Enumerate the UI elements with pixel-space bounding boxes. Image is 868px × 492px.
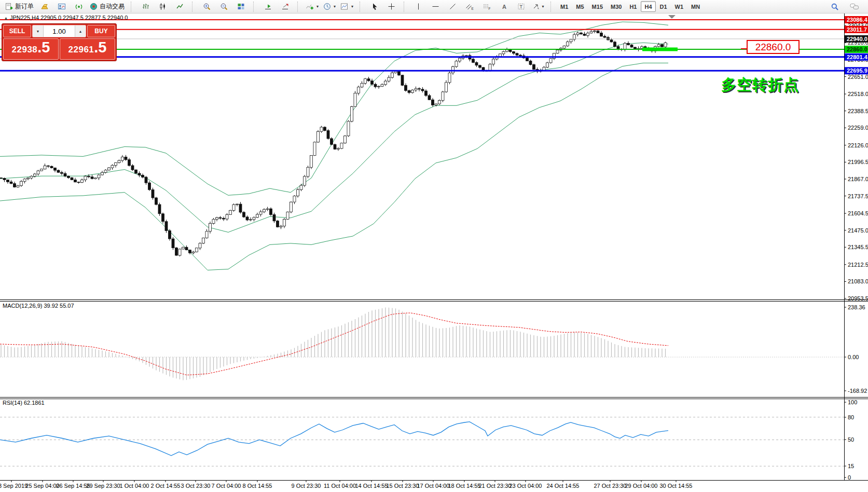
timeframe-h1[interactable]: H1 [626, 1, 640, 12]
arrows-shapes-icon [532, 3, 540, 10]
svg-text:30 Oct 14:55: 30 Oct 14:55 [660, 483, 693, 489]
svg-text:26 Sep 14:55: 26 Sep 14:55 [56, 483, 90, 489]
zoom-in-icon [203, 3, 211, 10]
buy-price-box[interactable]: 22961 .5 [60, 38, 115, 60]
svg-text:21737.5: 21737.5 [848, 193, 868, 199]
fibonacci-tool[interactable]: F [478, 1, 495, 12]
chat-button[interactable] [846, 1, 863, 12]
svg-text:22695.9: 22695.9 [847, 67, 867, 74]
chart-symbol: JPN225,H4 [10, 15, 39, 21]
volume-input[interactable]: 1.00 [44, 25, 75, 37]
horizontal-line-tool[interactable] [427, 1, 444, 12]
svg-text:22860.0: 22860.0 [847, 46, 867, 52]
svg-text:21996.5: 21996.5 [848, 159, 868, 165]
trendline-tool[interactable] [444, 1, 461, 12]
svg-text:21212.5: 21212.5 [848, 262, 868, 268]
svg-text:20953.5: 20953.5 [848, 295, 868, 302]
timeframe-d1[interactable]: D1 [656, 1, 671, 12]
sell-price-box[interactable]: 22938 .5 [3, 38, 59, 60]
svg-text:22518.0: 22518.0 [848, 91, 868, 97]
svg-text:23086.4: 23086.4 [847, 17, 868, 23]
svg-text:22940.0: 22940.0 [847, 36, 867, 42]
toolbar-separator [131, 2, 134, 12]
new-order-button[interactable]: 新订单 [3, 1, 36, 12]
svg-text:F: F [489, 7, 491, 10]
svg-text:50: 50 [848, 436, 854, 443]
dropdown-caret: ▾ [542, 4, 544, 9]
candlestick-chart-button[interactable] [154, 1, 171, 12]
fibonacci-icon: F [483, 3, 491, 10]
periods-dropdown[interactable]: ▾ [321, 1, 338, 12]
svg-text:11 Oct 04:00: 11 Oct 04:00 [324, 483, 356, 489]
dropdown-caret: ▾ [316, 4, 319, 9]
dropdown-caret: ▾ [334, 4, 336, 9]
svg-text:100: 100 [848, 399, 857, 405]
price-callout-box[interactable]: 22860.0 [747, 40, 800, 54]
tile-windows-icon [237, 3, 245, 10]
volume-stepper[interactable]: ▼ 1.00 ▲ [32, 25, 86, 37]
text-tool[interactable]: A [495, 1, 512, 12]
new-order-label: 新订单 [15, 2, 34, 11]
chart-ohlc: 22905.0 22947.5 22877.5 22940.0 [40, 15, 128, 21]
search-button[interactable] [826, 1, 843, 12]
chart-title: ▲JPN225,H4 22905.0 22947.5 22877.5 22940… [4, 15, 128, 21]
vertical-line-tool[interactable] [410, 1, 426, 12]
chinese-annotation: 多空转折点 [721, 75, 799, 95]
zoom-out-button[interactable] [215, 1, 232, 12]
timeframe-m30[interactable]: M30 [607, 1, 625, 12]
cursor-tool-button[interactable] [366, 1, 382, 12]
volume-down-button[interactable]: ▼ [33, 25, 44, 37]
autotrading-button[interactable]: 自动交易 [88, 1, 127, 12]
indicators-dropdown[interactable]: ▾ [304, 1, 321, 12]
svg-text:21083.0: 21083.0 [848, 278, 868, 284]
svg-text:2 Oct 14:55: 2 Oct 14:55 [151, 483, 181, 489]
timeframe-w1[interactable]: W1 [671, 1, 687, 12]
sell-price-main: 22938 [12, 45, 38, 55]
svg-text:21475.0: 21475.0 [848, 227, 868, 234]
tile-windows-button[interactable] [232, 1, 249, 12]
new-order-icon [5, 3, 13, 10]
timeframe-m5[interactable]: M5 [572, 1, 587, 12]
volume-up-button[interactable]: ▲ [75, 25, 86, 37]
svg-text:1 Oct 04:00: 1 Oct 04:00 [120, 483, 149, 489]
chat-icon [850, 3, 859, 10]
add-indicator-icon [306, 3, 314, 10]
svg-text:21345.5: 21345.5 [848, 244, 868, 250]
clock-icon [323, 3, 331, 10]
buy-price-main: 22961 [68, 45, 94, 55]
timeframe-m15[interactable]: M15 [588, 1, 607, 12]
bar-chart-icon [142, 3, 149, 10]
signal-icon [75, 3, 83, 10]
main-toolbar: 新订单 自动交易 [0, 0, 868, 13]
auto-scroll-button[interactable] [259, 1, 276, 12]
crosshair-tool-button[interactable] [383, 1, 399, 12]
buy-button[interactable]: BUY [87, 25, 115, 37]
channel-tool[interactable]: E [461, 1, 478, 12]
text-label-tool[interactable]: T [513, 1, 529, 12]
timeframe-h4[interactable]: H4 [641, 1, 655, 12]
highlight-trend-bar [642, 48, 678, 51]
zoom-out-icon [220, 3, 228, 10]
svg-text:25 Sep 04:00: 25 Sep 04:00 [25, 483, 59, 489]
line-chart-button[interactable] [171, 1, 188, 12]
svg-text:22126.0: 22126.0 [848, 142, 868, 148]
gold-button[interactable] [36, 1, 53, 12]
svg-text:18 Oct 14:55: 18 Oct 14:55 [448, 483, 481, 489]
toolbar-separator [550, 2, 554, 12]
svg-text:21604.5: 21604.5 [848, 210, 868, 216]
text-a-icon: A [501, 3, 507, 10]
chart-shift-button[interactable] [277, 1, 293, 12]
arrows-dropdown[interactable]: ▾ [530, 1, 546, 12]
zoom-in-button[interactable] [198, 1, 215, 12]
profile-button[interactable] [53, 1, 70, 12]
signals-button[interactable] [71, 1, 87, 12]
chart-shift-icon [281, 3, 289, 10]
svg-text:23 Sep 2019: 23 Sep 2019 [0, 483, 27, 489]
templates-dropdown[interactable]: ▾ [338, 1, 355, 12]
toolbar-separator [297, 2, 301, 12]
bar-chart-button[interactable] [137, 1, 154, 12]
timeframe-m1[interactable]: M1 [557, 1, 572, 12]
sell-button[interactable]: SELL [3, 25, 31, 37]
trendline-icon [449, 3, 457, 10]
timeframe-mn[interactable]: MN [687, 1, 704, 12]
